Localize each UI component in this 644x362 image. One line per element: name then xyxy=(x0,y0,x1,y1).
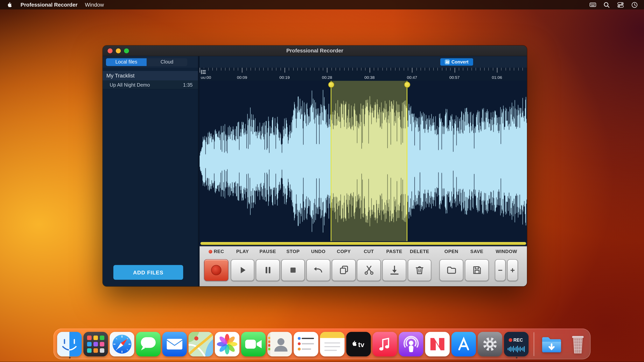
timeline-tick xyxy=(208,68,208,71)
dock-notes-icon[interactable] xyxy=(320,332,344,356)
save-label: SAVE xyxy=(470,249,484,254)
timeline-label: 00:38 xyxy=(364,75,375,80)
timeline-tick xyxy=(374,68,374,71)
timeline-label: 00:47 xyxy=(407,75,417,80)
selection-start-line[interactable] xyxy=(330,81,331,241)
timeline-tick xyxy=(429,68,429,71)
add-files-button[interactable]: ADD FILES xyxy=(113,265,183,280)
dock-launchpad-icon[interactable] xyxy=(84,332,108,356)
clock-icon[interactable] xyxy=(631,1,638,8)
open-button[interactable] xyxy=(440,259,463,281)
rec-label: REC xyxy=(208,249,224,254)
control-center-icon[interactable] xyxy=(617,1,624,8)
sidebar: Local files Cloud My Tracklist Up All Ni… xyxy=(103,56,198,286)
copy-button[interactable] xyxy=(332,259,356,281)
menu-item-window[interactable]: Window xyxy=(85,1,104,8)
dock-reminders-icon[interactable] xyxy=(294,332,318,356)
dock-settings-icon[interactable] xyxy=(478,332,502,356)
dock-downloads-icon[interactable] xyxy=(539,332,564,356)
selection-end-line[interactable] xyxy=(406,81,407,241)
desktop: Professional Recorder Window xyxy=(0,0,644,362)
delete-button[interactable] xyxy=(408,259,431,281)
running-indicator-professional-recorder xyxy=(516,357,517,359)
dock-news-icon[interactable] xyxy=(425,332,450,356)
selection-region[interactable] xyxy=(331,81,407,241)
pause-button[interactable] xyxy=(256,259,280,281)
window-titlebar[interactable]: Professional Recorder xyxy=(103,45,527,56)
save-button[interactable] xyxy=(465,259,489,281)
dock-professional-recorder-icon[interactable]: REC xyxy=(504,332,529,356)
track-item[interactable]: Up All Night Demo 1:35 xyxy=(103,80,198,89)
dock-tv-icon[interactable]: tv xyxy=(346,332,371,356)
dock-messages-icon[interactable] xyxy=(136,332,160,356)
paste-button[interactable] xyxy=(382,259,406,281)
timeline-tick xyxy=(493,68,493,71)
timeline-tick xyxy=(472,68,472,71)
waveform-display[interactable] xyxy=(200,81,527,241)
timeline-tick xyxy=(251,68,251,71)
minimize-button[interactable] xyxy=(116,48,121,53)
timeline-tick xyxy=(501,68,502,71)
timeline-ruler[interactable]: 00:0000:0900:1900:2800:3800:4700:5701:06 xyxy=(200,68,527,81)
timeline-tick xyxy=(518,68,518,71)
undo-button[interactable] xyxy=(306,259,330,281)
timeline-tick xyxy=(246,68,247,71)
delete-label: DELETE xyxy=(410,249,429,254)
toolbar-group-pause: PAUSE xyxy=(256,246,280,286)
timeline-tick xyxy=(484,68,484,71)
tab-cloud[interactable]: Cloud xyxy=(146,58,187,66)
rec-button[interactable] xyxy=(204,259,228,281)
tab-local-files[interactable]: Local files xyxy=(106,58,146,66)
dock-music-icon[interactable] xyxy=(372,332,397,356)
timeline-tick xyxy=(336,68,336,71)
stop-button[interactable] xyxy=(281,259,305,281)
timeline-tick xyxy=(297,68,298,71)
stop-label: STOP xyxy=(286,249,300,254)
play-button[interactable] xyxy=(231,259,254,281)
dock-safari-icon[interactable] xyxy=(110,332,134,356)
dock-facetime-icon[interactable] xyxy=(241,332,266,356)
close-button[interactable] xyxy=(108,48,112,53)
timeline-zoom-bar[interactable] xyxy=(200,242,526,245)
window-minus-button[interactable]: − xyxy=(495,259,506,281)
timeline-tick xyxy=(344,68,344,71)
zoom-button[interactable] xyxy=(124,48,129,53)
timeline-tick xyxy=(404,68,404,71)
timeline-tick xyxy=(510,68,510,71)
timeline-tick xyxy=(395,68,396,71)
dock-photos-icon[interactable] xyxy=(215,332,240,356)
timeline-tick xyxy=(310,68,310,71)
dock-mail-icon[interactable] xyxy=(162,332,187,356)
timeline-tick xyxy=(425,68,425,71)
dock-maps-icon[interactable] xyxy=(188,332,213,356)
sidebar-tabs: Local files Cloud xyxy=(103,56,198,68)
cut-button[interactable] xyxy=(357,259,381,281)
dock-finder-icon[interactable] xyxy=(57,332,82,356)
folder-icon xyxy=(446,264,457,276)
timeline-tick xyxy=(314,68,314,71)
selection-end-handle[interactable] xyxy=(404,82,410,88)
main-area: Convert 00:0000:0900:1900:2800:3800:4700… xyxy=(200,56,527,286)
dock-contacts-icon[interactable] xyxy=(267,332,292,356)
timeline-tick xyxy=(242,68,242,73)
selection-start-handle[interactable] xyxy=(328,82,334,88)
scroll-row xyxy=(200,241,527,246)
timeline-menu-icon[interactable] xyxy=(200,69,207,77)
search-icon[interactable] xyxy=(603,1,610,8)
window-plus-button[interactable]: + xyxy=(507,259,518,281)
dock-trash-icon[interactable] xyxy=(565,332,590,356)
play-icon xyxy=(237,264,248,276)
timeline-tick xyxy=(348,68,349,71)
timeline-label: 00:28 xyxy=(322,75,332,80)
timeline-tick xyxy=(497,68,498,73)
convert-button[interactable]: Convert xyxy=(440,58,473,66)
timeline-tick xyxy=(263,68,264,71)
timeline-tick xyxy=(480,68,480,71)
apple-menu-icon[interactable] xyxy=(6,1,13,8)
timeline-tick xyxy=(225,68,226,71)
timeline-tick xyxy=(302,68,302,71)
menu-app-name[interactable]: Professional Recorder xyxy=(20,1,78,8)
dock-podcasts-icon[interactable] xyxy=(399,332,424,356)
keyboard-icon[interactable] xyxy=(589,1,596,8)
dock-app-store-icon[interactable] xyxy=(451,332,476,356)
